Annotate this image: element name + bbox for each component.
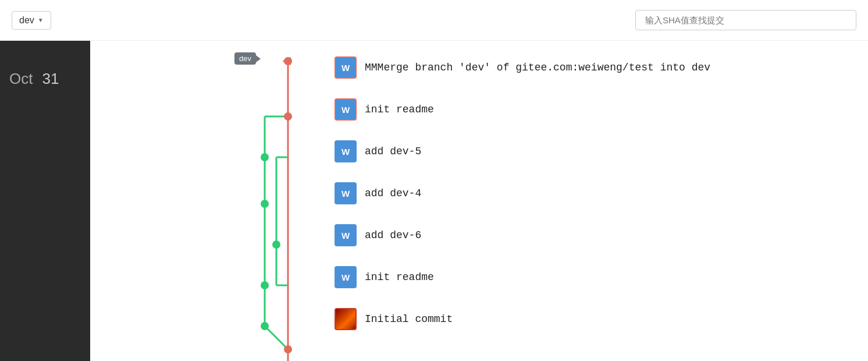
avatar-image	[336, 308, 355, 330]
commit-message: init readme	[365, 271, 434, 283]
header: dev ▼	[0, 0, 868, 41]
svg-point-9	[284, 112, 292, 121]
svg-point-15	[284, 345, 292, 353]
commit-avatar: W	[335, 224, 357, 246]
branch-selector[interactable]: dev ▼	[12, 11, 51, 30]
commit-message: init readme	[365, 104, 434, 115]
avatar-letter: W	[341, 147, 350, 157]
svg-point-13	[261, 281, 269, 289]
commit-avatar: W	[335, 98, 357, 121]
avatar-letter: W	[341, 272, 350, 282]
commit-row[interactable]: Initial commit	[329, 298, 868, 340]
commit-avatar: W	[335, 140, 357, 162]
commit-row[interactable]: W add dev-5	[329, 130, 868, 172]
branch-label: dev	[234, 52, 256, 65]
commit-message: Initial commit	[365, 313, 453, 325]
avatar-letter: W	[341, 231, 350, 240]
svg-point-14	[261, 322, 269, 330]
commit-message: add dev-5	[365, 146, 421, 157]
svg-point-10	[261, 153, 269, 161]
branch-name: dev	[19, 15, 34, 26]
commit-message: MMMerge branch 'dev' of gitee.com:weiwen…	[365, 62, 710, 73]
svg-line-3	[265, 326, 288, 349]
main-content: Oct 31 dev	[0, 41, 868, 361]
branch-caret: ▼	[38, 17, 44, 23]
date-month: Oct	[9, 70, 33, 88]
commits-list: W MMMerge branch 'dev' of gitee.com:weiw…	[329, 41, 868, 361]
commit-avatar: W	[335, 182, 357, 204]
graph-area: dev	[90, 41, 868, 361]
sha-search-input[interactable]	[635, 10, 856, 30]
commit-row[interactable]: W add dev-4	[329, 172, 868, 214]
avatar-letter: W	[341, 189, 350, 199]
commit-avatar	[335, 308, 357, 330]
commit-row[interactable]: W MMMerge branch 'dev' of gitee.com:weiw…	[329, 47, 868, 89]
avatar-letter: W	[341, 63, 350, 73]
commit-message: add dev-4	[365, 187, 421, 199]
svg-point-11	[261, 200, 269, 208]
commit-row[interactable]: W init readme	[329, 256, 868, 298]
date-day: 31	[42, 70, 59, 88]
commit-row[interactable]: W add dev-6	[329, 214, 868, 256]
commit-graph	[236, 41, 340, 361]
commit-message: add dev-6	[365, 229, 421, 241]
commit-row[interactable]: W init readme	[329, 89, 868, 130]
date-block: Oct 31	[0, 58, 68, 100]
commit-avatar: W	[335, 266, 357, 288]
avatar-letter: W	[341, 105, 350, 115]
commit-avatar: W	[335, 56, 357, 79]
date-sidebar: Oct 31	[0, 41, 90, 361]
svg-point-12	[272, 240, 280, 249]
